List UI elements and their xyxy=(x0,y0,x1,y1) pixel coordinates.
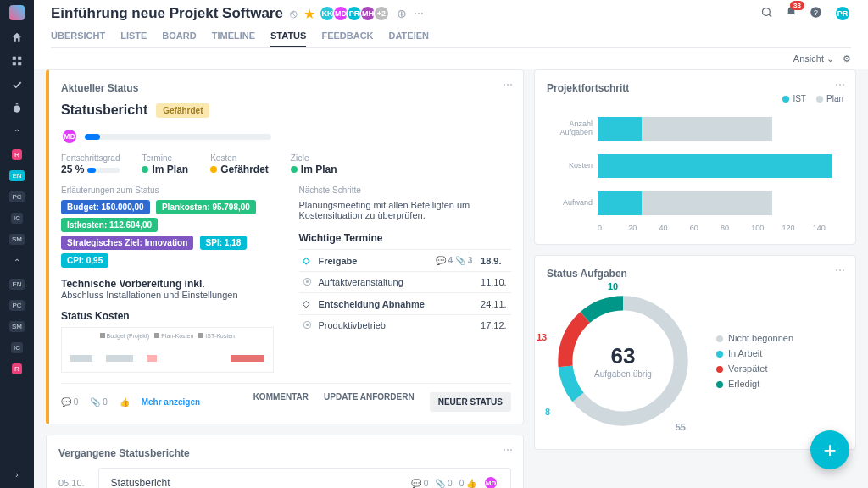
notification-count: 33 xyxy=(790,1,804,10)
past-report-item[interactable]: Statusbericht 💬 0 📎 0 0 👍 MD xyxy=(98,468,511,488)
svg-point-6 xyxy=(763,8,771,16)
home-icon[interactable] xyxy=(10,30,24,44)
chevron-up-icon-2[interactable]: ⌃ xyxy=(10,255,24,269)
more-icon[interactable]: ⋯ xyxy=(503,444,513,456)
attachments-count: 📎 0 xyxy=(435,479,452,488)
current-status-card: Aktueller Status ⋯ Statusbericht Gefährd… xyxy=(46,69,524,424)
table-row[interactable]: ◇ Entscheidung Abnahme 24.11. xyxy=(299,293,512,315)
more-icon[interactable]: ⋯ xyxy=(414,8,424,19)
svg-rect-1 xyxy=(18,57,21,60)
metric-label: Ziele xyxy=(291,153,337,163)
tag-istkosten[interactable]: Istkosten: 112.604,00 xyxy=(61,218,158,232)
rail-badge-sm[interactable]: SM xyxy=(9,234,25,245)
chevron-up-icon[interactable]: ⌃ xyxy=(10,125,24,139)
user-avatar[interactable]: PR xyxy=(834,5,851,22)
member-avatars[interactable]: KK MD PR MH +2 xyxy=(322,5,390,22)
comments-count: 💬 0 xyxy=(411,479,428,488)
svg-rect-3 xyxy=(18,62,21,65)
more-icon[interactable]: ⋯ xyxy=(835,79,845,91)
tab-list[interactable]: LISTE xyxy=(120,30,147,47)
cost-mini-chart: Budget (Projekt)Plan-KostenIST-Kosten xyxy=(61,327,274,373)
view-dropdown[interactable]: Ansicht ⌄ xyxy=(793,53,834,64)
rail-badge-ic2[interactable]: IC xyxy=(11,342,23,353)
author-avatar[interactable]: MD xyxy=(61,128,78,145)
check-circle-icon: ⦿ xyxy=(299,315,315,336)
rail-badge-en2[interactable]: EN xyxy=(9,279,24,290)
metric-label: Fortschrittsgrad xyxy=(61,153,120,163)
likes-count: 0 👍 xyxy=(459,479,476,488)
attachments-count[interactable]: 📎 0 xyxy=(90,397,107,407)
tag-plankosten[interactable]: Plankosten: 95.798,00 xyxy=(156,200,256,214)
report-title: Statusbericht xyxy=(61,103,147,118)
star-icon[interactable]: ★ xyxy=(303,6,315,22)
tag-cpi[interactable]: CPI: 0,95 xyxy=(61,253,108,268)
table-row[interactable]: ⦿ Produktivbetrieb 17.12. xyxy=(299,315,512,336)
table-row[interactable]: ◇ Freigabe 💬 4 📎 3 18.9. xyxy=(299,250,512,272)
tag-budget[interactable]: Budget: 150.000,00 xyxy=(61,200,150,214)
tasks-chart-card: Status Aufgaben ⋯ 63 xyxy=(534,255,856,450)
tag-ziel[interactable]: Strategisches Ziel: Innovation xyxy=(61,236,193,250)
show-more-link[interactable]: Mehr anzeigen xyxy=(142,397,200,407)
milestone-icon: ◇ xyxy=(299,293,315,315)
progress-bar xyxy=(85,134,271,140)
progress-bar-chart: Anzahl Aufgaben Kosten Aufwand 0204 xyxy=(547,110,843,232)
tab-status[interactable]: STATUS xyxy=(270,30,306,47)
check-circle-icon: ⦿ xyxy=(299,272,315,293)
nav-rail: ⌃ R EN PC IC SM ⌃ EN PC SM IC R › xyxy=(0,0,34,488)
svg-text:?: ? xyxy=(814,8,818,17)
settings-icon[interactable]: ⚙ xyxy=(843,53,851,64)
request-update-button[interactable]: UPDATE ANFORDERN xyxy=(324,392,415,412)
dashboard-icon[interactable] xyxy=(10,54,24,68)
metric-label: Kosten xyxy=(210,153,269,163)
metric-label: Termine xyxy=(142,153,188,163)
tab-board[interactable]: BOARD xyxy=(162,30,196,47)
tab-feedback[interactable]: FEEDBACK xyxy=(321,30,373,47)
table-row[interactable]: ⦿ Auftaktveranstaltung 11.10. xyxy=(299,272,512,293)
more-icon[interactable]: ⋯ xyxy=(835,264,845,276)
svg-rect-2 xyxy=(13,62,16,65)
tab-timeline[interactable]: TIMELINE xyxy=(212,30,255,47)
rail-badge-sm2[interactable]: SM xyxy=(9,321,25,332)
mini-progress xyxy=(87,168,120,173)
svg-rect-0 xyxy=(13,57,16,60)
risk-badge: Gefährdet xyxy=(156,103,209,118)
dates-table: ◇ Freigabe 💬 4 📎 3 18.9. ⦿ Auftaktverans… xyxy=(299,249,512,336)
timer-icon[interactable] xyxy=(10,102,24,115)
add-member-icon[interactable]: ⊕ xyxy=(397,7,407,20)
check-icon[interactable] xyxy=(10,78,24,92)
app-logo[interactable] xyxy=(9,5,25,20)
tag-spi[interactable]: SPI: 1,18 xyxy=(200,236,248,250)
tasks-donut-chart: 63 Aufgaben übrig 10 13 8 55 xyxy=(547,285,699,437)
lock-icon[interactable]: ⎋ xyxy=(290,7,297,20)
comment-button[interactable]: KOMMENTAR xyxy=(253,392,309,412)
comments-count[interactable]: 💬 0 xyxy=(61,397,78,407)
rail-badge-r2[interactable]: R xyxy=(12,363,22,374)
past-reports-card: Vergangene Statusberichte ⋯ 05.10. Statu… xyxy=(46,435,524,488)
svg-rect-5 xyxy=(16,103,18,104)
tab-files[interactable]: DATEIEN xyxy=(389,30,429,47)
notifications-icon[interactable]: 33 xyxy=(785,6,798,21)
rail-badge-ic[interactable]: IC xyxy=(11,213,23,224)
rail-badge-en[interactable]: EN xyxy=(9,170,24,181)
tab-overview[interactable]: ÜBERSICHT xyxy=(51,30,105,47)
card-title: Aktueller Status xyxy=(61,82,511,94)
milestone-icon: ◇ xyxy=(299,250,315,272)
svg-point-4 xyxy=(14,106,20,113)
main-tabs: ÜBERSICHT LISTE BOARD TIMELINE STATUS FE… xyxy=(51,30,851,48)
avatar[interactable]: MD xyxy=(483,475,498,488)
chevron-right-icon[interactable]: › xyxy=(10,468,24,481)
like-icon[interactable]: 👍 xyxy=(120,397,130,407)
search-icon[interactable] xyxy=(760,6,773,21)
fab-add-button[interactable]: + xyxy=(810,430,849,469)
rail-badge-r1[interactable]: R xyxy=(12,149,22,160)
more-icon[interactable]: ⋯ xyxy=(503,79,513,91)
help-icon[interactable]: ? xyxy=(810,6,822,21)
rail-badge-pc[interactable]: PC xyxy=(9,191,24,202)
page-title: Einführung neue Projekt Software xyxy=(51,5,283,22)
rail-badge-pc2[interactable]: PC xyxy=(9,300,24,311)
progress-chart-card: Projektfortschritt ⋯ IST Plan Anzahl Auf… xyxy=(534,69,856,245)
new-status-button[interactable]: NEUER STATUS xyxy=(430,392,511,412)
avatar-more[interactable]: +2 xyxy=(373,5,390,22)
